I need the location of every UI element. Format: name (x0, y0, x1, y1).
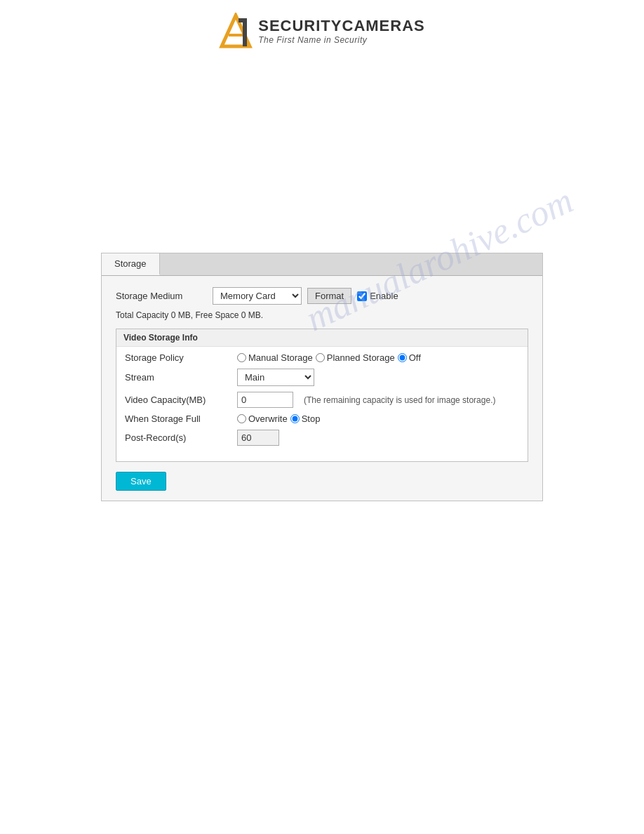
storage-panel: Storage Storage Medium Memory Card NAS F… (101, 253, 543, 501)
stream-controls: Main Sub (237, 369, 314, 386)
video-capacity-label: Video Capacity(MB) (125, 395, 237, 405)
post-record-label: Post-Record(s) (125, 432, 237, 443)
video-capacity-input[interactable] (237, 392, 293, 408)
storage-policy-manual-radio[interactable] (237, 353, 246, 362)
storage-policy-manual-text: Manual Storage (248, 352, 313, 363)
logo-text-block: SECURITY CAMERAS The First Name in Secur… (258, 18, 424, 44)
save-button[interactable]: Save (116, 472, 166, 491)
panel-body: Storage Medium Memory Card NAS FTP Forma… (102, 276, 542, 501)
logo-security-label: SECURITY (258, 18, 342, 34)
video-capacity-hint: (The remaining capacity is used for imag… (304, 395, 495, 405)
storage-full-stop-radio[interactable] (290, 414, 300, 423)
enable-text: Enable (370, 291, 398, 301)
capacity-info: Total Capacity 0 MB, Free Space 0 MB. (116, 310, 528, 320)
storage-policy-controls: Manual Storage Planned Storage Off (237, 352, 421, 363)
storage-medium-row: Storage Medium Memory Card NAS FTP Forma… (116, 287, 528, 305)
video-storage-title: Video Storage Info (116, 329, 528, 347)
storage-full-overwrite-label[interactable]: Overwrite (237, 413, 288, 424)
storage-full-overwrite-text: Overwrite (248, 413, 288, 424)
content-area: Storage Storage Medium Memory Card NAS F… (0, 253, 644, 501)
storage-full-stop-label[interactable]: Stop (290, 413, 321, 424)
enable-label[interactable]: Enable (357, 291, 398, 301)
storage-policy-off-text: Off (409, 352, 421, 363)
storage-medium-select[interactable]: Memory Card NAS FTP (213, 287, 302, 305)
storage-policy-label: Storage Policy (125, 352, 237, 363)
tab-storage[interactable]: Storage (102, 253, 160, 275)
storage-policy-planned-radio[interactable] (316, 353, 325, 362)
enable-checkbox[interactable] (357, 291, 367, 301)
post-record-input[interactable] (237, 430, 279, 446)
storage-full-stop-text: Stop (302, 413, 321, 424)
when-storage-full-controls: Overwrite Stop (237, 413, 320, 424)
video-capacity-row: Video Capacity(MB) (The remaining capaci… (125, 392, 519, 408)
panel-tab-bar: Storage (102, 253, 542, 276)
logo-icon (219, 13, 253, 49)
post-record-row: Post-Record(s) (125, 430, 519, 446)
logo-tagline: The First Name in Security (258, 36, 424, 44)
storage-policy-row: Storage Policy Manual Storage Planned St… (125, 352, 519, 363)
svg-rect-3 (239, 18, 247, 22)
storage-medium-label: Storage Medium (116, 291, 207, 301)
post-record-controls (237, 430, 279, 446)
storage-policy-manual-label[interactable]: Manual Storage (237, 352, 313, 363)
storage-full-overwrite-radio[interactable] (237, 414, 246, 423)
video-storage-section: Video Storage Info Storage Policy Manual… (116, 329, 528, 462)
storage-policy-planned-label[interactable]: Planned Storage (316, 352, 395, 363)
video-capacity-controls: (The remaining capacity is used for imag… (237, 392, 495, 408)
stream-label: Stream (125, 372, 237, 383)
header: SECURITY CAMERAS The First Name in Secur… (0, 0, 644, 56)
storage-policy-off-radio[interactable] (398, 353, 407, 362)
vsi-body: Storage Policy Manual Storage Planned St… (116, 347, 528, 454)
when-storage-full-row: When Storage Full Overwrite Stop (125, 413, 519, 424)
storage-policy-off-label[interactable]: Off (398, 352, 421, 363)
stream-select[interactable]: Main Sub (237, 369, 314, 386)
format-button[interactable]: Format (307, 288, 351, 304)
logo: SECURITY CAMERAS The First Name in Secur… (219, 13, 424, 49)
stream-row: Stream Main Sub (125, 369, 519, 386)
logo-cameras-label: CAMERAS (342, 18, 425, 34)
when-storage-full-label: When Storage Full (125, 413, 237, 424)
storage-policy-planned-text: Planned Storage (327, 352, 395, 363)
